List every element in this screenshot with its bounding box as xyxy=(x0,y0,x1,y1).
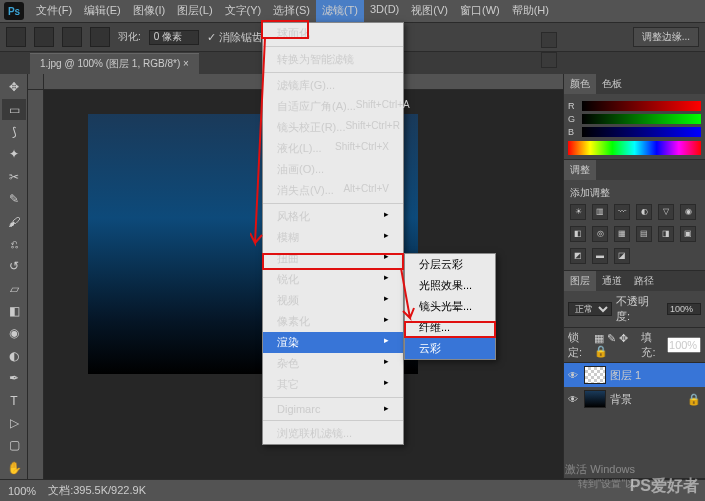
refine-edge-button[interactable]: 调整边缘... xyxy=(633,27,699,47)
menu-item[interactable]: 扭曲 xyxy=(263,248,403,269)
menu-图层[interactable]: 图层(L) xyxy=(171,0,218,22)
layer-row[interactable]: 👁 图层 1 xyxy=(564,363,705,387)
tab-adjustments[interactable]: 调整 xyxy=(564,160,596,180)
menu-3D[interactable]: 3D(D) xyxy=(364,0,405,22)
vibrance-icon[interactable]: ▽ xyxy=(658,204,674,220)
hue-icon[interactable]: ◉ xyxy=(680,204,696,220)
menu-item[interactable]: 球面化 xyxy=(263,23,403,44)
lock-icons[interactable]: ▦ ✎ ✥ 🔒 xyxy=(594,332,638,358)
antialias-check[interactable]: ✓消除锯齿 xyxy=(207,30,263,45)
menu-item[interactable]: 像素化 xyxy=(263,311,403,332)
pen-tool-icon[interactable]: ✒ xyxy=(2,368,26,388)
menu-item[interactable]: 液化(L)...Shift+Ctrl+X xyxy=(263,138,403,159)
lookup-icon[interactable]: ▤ xyxy=(636,226,652,242)
brush-tool-icon[interactable]: 🖌 xyxy=(2,211,26,231)
layer-thumbnail[interactable] xyxy=(584,390,606,408)
g-slider[interactable] xyxy=(582,114,701,124)
menu-帮助[interactable]: 帮助(H) xyxy=(506,0,555,22)
dodge-tool-icon[interactable]: ◐ xyxy=(2,346,26,366)
threshold-icon[interactable]: ◩ xyxy=(570,248,586,264)
path-tool-icon[interactable]: ▷ xyxy=(2,413,26,433)
tab-swatches[interactable]: 色板 xyxy=(596,74,628,94)
menu-选择[interactable]: 选择(S) xyxy=(267,0,316,22)
marquee-mode-icon[interactable] xyxy=(62,27,82,47)
shape-tool-icon[interactable]: ▢ xyxy=(2,435,26,455)
marquee-mode-icon[interactable] xyxy=(90,27,110,47)
fill-input[interactable] xyxy=(667,337,701,353)
visibility-icon[interactable]: 👁 xyxy=(568,370,580,381)
crop-tool-icon[interactable]: ✂ xyxy=(2,167,26,187)
submenu-item[interactable]: 镜头光晕... xyxy=(405,296,495,317)
bw-icon[interactable]: ◧ xyxy=(570,226,586,242)
marquee-tool-icon[interactable]: ▭ xyxy=(2,99,26,119)
layer-row[interactable]: 👁 背景 🔒 xyxy=(564,387,705,411)
posterize-icon[interactable]: ▣ xyxy=(680,226,696,242)
tab-layers[interactable]: 图层 xyxy=(564,271,596,291)
menu-item[interactable]: 模糊 xyxy=(263,227,403,248)
blur-tool-icon[interactable]: ◉ xyxy=(2,323,26,343)
mixer-icon[interactable]: ▦ xyxy=(614,226,630,242)
menu-item[interactable]: 转换为智能滤镜 xyxy=(263,49,403,70)
r-slider[interactable] xyxy=(582,101,701,111)
gradient-map-icon[interactable]: ▬ xyxy=(592,248,608,264)
submenu-item[interactable]: 光照效果... xyxy=(405,275,495,296)
spectrum-bar[interactable] xyxy=(568,141,701,155)
menu-item[interactable]: 油画(O)... xyxy=(263,159,403,180)
exposure-icon[interactable]: ◐ xyxy=(636,204,652,220)
menu-滤镜[interactable]: 滤镜(T) xyxy=(316,0,364,22)
curves-icon[interactable]: 〰 xyxy=(614,204,630,220)
layer-thumbnail[interactable] xyxy=(584,366,606,384)
menu-item[interactable]: 镜头校正(R)...Shift+Ctrl+R xyxy=(263,117,403,138)
type-tool-icon[interactable]: T xyxy=(2,390,26,410)
menu-item[interactable]: Digimarc xyxy=(263,400,403,418)
menu-item[interactable]: 浏览联机滤镜... xyxy=(263,423,403,444)
menu-文字[interactable]: 文字(Y) xyxy=(219,0,268,22)
submenu-item[interactable]: 云彩 xyxy=(405,338,495,359)
wand-tool-icon[interactable]: ✦ xyxy=(2,144,26,164)
menu-item[interactable]: 自适应广角(A)...Shift+Ctrl+A xyxy=(263,96,403,117)
menu-视图[interactable]: 视图(V) xyxy=(405,0,454,22)
visibility-icon[interactable]: 👁 xyxy=(568,394,580,405)
tool-preset-icon[interactable] xyxy=(6,27,26,47)
menu-item[interactable]: 滤镜库(G)... xyxy=(263,75,403,96)
tab-channels[interactable]: 通道 xyxy=(596,271,628,291)
photo-filter-icon[interactable]: ◎ xyxy=(592,226,608,242)
submenu-item[interactable]: 纤维... xyxy=(405,317,495,338)
submenu-item[interactable]: 分层云彩 xyxy=(405,254,495,275)
menu-item[interactable]: 视频 xyxy=(263,290,403,311)
eraser-tool-icon[interactable]: ▱ xyxy=(2,279,26,299)
menu-item[interactable]: 风格化 xyxy=(263,206,403,227)
menu-文件[interactable]: 文件(F) xyxy=(30,0,78,22)
brightness-icon[interactable]: ☀ xyxy=(570,204,586,220)
eyedropper-tool-icon[interactable]: ✎ xyxy=(2,189,26,209)
feather-input[interactable] xyxy=(149,30,199,45)
menu-图像[interactable]: 图像(I) xyxy=(127,0,171,22)
feather-label: 羽化: xyxy=(118,30,141,44)
menu-窗口[interactable]: 窗口(W) xyxy=(454,0,506,22)
invert-icon[interactable]: ◨ xyxy=(658,226,674,242)
menu-item[interactable]: 锐化 xyxy=(263,269,403,290)
zoom-level[interactable]: 100% xyxy=(8,485,36,497)
gradient-tool-icon[interactable]: ◧ xyxy=(2,301,26,321)
menu-item[interactable]: 渲染 xyxy=(263,332,403,353)
opacity-input[interactable] xyxy=(667,303,701,315)
selective-icon[interactable]: ◪ xyxy=(614,248,630,264)
menu-编辑[interactable]: 编辑(E) xyxy=(78,0,127,22)
b-slider[interactable] xyxy=(582,127,701,137)
menu-item[interactable]: 消失点(V)...Alt+Ctrl+V xyxy=(263,180,403,201)
marquee-mode-icon[interactable] xyxy=(34,27,54,47)
blend-mode-select[interactable]: 正常 xyxy=(568,302,612,316)
actions-panel-icon[interactable] xyxy=(541,52,557,68)
tab-paths[interactable]: 路径 xyxy=(628,271,660,291)
lasso-tool-icon[interactable]: ⟆ xyxy=(2,122,26,142)
levels-icon[interactable]: ▥ xyxy=(592,204,608,220)
hand-tool-icon[interactable]: ✋ xyxy=(2,458,26,478)
history-panel-icon[interactable] xyxy=(541,32,557,48)
document-tab[interactable]: 1.jpg @ 100% (图层 1, RGB/8*) × xyxy=(30,53,199,74)
tab-color[interactable]: 颜色 xyxy=(564,74,596,94)
move-tool-icon[interactable]: ✥ xyxy=(2,77,26,97)
stamp-tool-icon[interactable]: ⎌ xyxy=(2,234,26,254)
menu-item[interactable]: 杂色 xyxy=(263,353,403,374)
menu-item[interactable]: 其它 xyxy=(263,374,403,395)
history-brush-icon[interactable]: ↺ xyxy=(2,256,26,276)
